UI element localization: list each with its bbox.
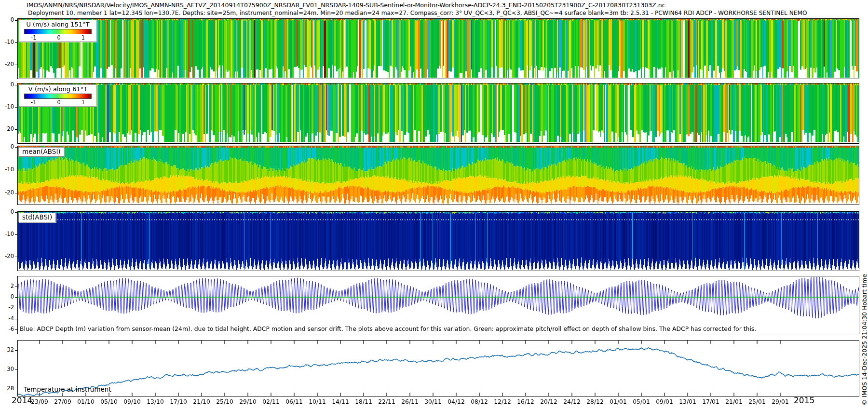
y-tick-mark xyxy=(15,287,17,287)
v-colorbar xyxy=(24,94,92,99)
std-absi-panel: std(ABSI) xyxy=(17,211,859,271)
depth-variation-panel: Blue: ADCP Depth (m) variation from sens… xyxy=(17,276,859,334)
u-colorbar-tick-max: 1 xyxy=(81,34,85,41)
y-tick-label: 32 xyxy=(0,346,14,353)
y-tick-label: -10 xyxy=(0,103,14,110)
date-tick-label: 17/10 xyxy=(167,398,190,405)
y-tick-mark xyxy=(15,369,17,370)
date-tick-label: 18/11 xyxy=(352,398,375,405)
std-absi-heatmap xyxy=(18,212,859,271)
mean-absi-heatmap xyxy=(18,146,859,205)
date-tick-label: 25/01 xyxy=(746,398,769,405)
v-legend-title: V (m/s) along 61°T xyxy=(19,85,96,93)
figure-subtitle: Deployment 10, member 1 lat=12.34S lon=1… xyxy=(28,10,807,16)
y-tick-mark xyxy=(15,42,17,43)
y-tick-label: 30 xyxy=(0,366,14,372)
copyright-watermark: © IMOS 14-Dec-2025 21:04:30 Hobart time xyxy=(861,227,868,406)
year-end-label: 2015 xyxy=(794,396,814,405)
y-tick-mark xyxy=(15,350,17,351)
y-tick-mark xyxy=(15,65,17,65)
y-tick-label: -20 xyxy=(0,125,14,132)
temperature-label: Temperature at instrument xyxy=(24,385,111,393)
v-colorbar-ticks: -1 0 1 xyxy=(19,99,96,106)
date-tick-label: 21/10 xyxy=(190,398,213,405)
y-tick-mark xyxy=(15,319,17,319)
y-tick-mark xyxy=(15,107,17,108)
y-tick-label: -6 xyxy=(0,326,14,332)
date-tick-label: 29/01 xyxy=(769,398,792,405)
y-tick-label: 28 xyxy=(0,385,14,392)
date-tick-label: 30/11 xyxy=(421,398,445,405)
u-colorbar xyxy=(24,29,92,34)
y-tick-mark xyxy=(15,85,17,85)
date-tick-label: 06/11 xyxy=(283,398,306,405)
y-tick-label: -20 xyxy=(0,253,14,260)
date-tick-label: 13/01 xyxy=(676,398,699,405)
y-tick-label: -2 xyxy=(0,304,14,311)
date-tick-label: 02/11 xyxy=(259,398,283,405)
date-tick-label: 12/12 xyxy=(491,398,514,405)
y-tick-label: 0 xyxy=(0,293,14,300)
u-colorbar-tick-zero: 0 xyxy=(57,34,60,41)
temperature-panel: Temperature at instrument xyxy=(17,340,859,396)
v-colorbar-legend: V (m/s) along 61°T -1 0 1 xyxy=(19,84,97,107)
y-tick-mark xyxy=(15,257,17,257)
u-legend-title: U (m/s) along 151°T xyxy=(19,21,96,28)
date-tick-label: 25/10 xyxy=(213,398,236,405)
date-tick-label: 09/01 xyxy=(653,398,676,405)
date-tick-label: 29/10 xyxy=(236,398,259,405)
mean-absi-label: mean(ABSI) xyxy=(18,147,65,157)
y-tick-label: -10 xyxy=(0,39,14,45)
y-tick-label: 0 xyxy=(0,16,14,23)
y-tick-mark xyxy=(15,193,17,193)
mean-absi-panel: mean(ABSI) xyxy=(17,146,859,205)
date-tick-label: 27/09 xyxy=(51,398,74,405)
y-tick-mark xyxy=(15,389,17,389)
u-colorbar-tick-min: -1 xyxy=(31,34,36,41)
date-tick-label: 05/01 xyxy=(630,398,653,405)
date-tick-label: 26/11 xyxy=(398,398,421,405)
date-tick-label: 20/12 xyxy=(537,398,560,405)
date-tick-label: 24/12 xyxy=(560,398,583,405)
date-tick-label: 08/12 xyxy=(468,398,491,405)
date-tick-label: 10/11 xyxy=(306,398,329,405)
y-tick-mark xyxy=(15,297,17,298)
v-colorbar-tick-min: -1 xyxy=(31,99,36,106)
date-tick-label: 22/11 xyxy=(375,398,398,405)
y-tick-label: -20 xyxy=(0,61,14,68)
figure-root: IMOS/ANMN/NRS/NRSDAR/Velocity/IMOS_ANMN-… xyxy=(0,0,868,410)
y-tick-label: 0 xyxy=(0,81,14,88)
date-tick-label: 21/01 xyxy=(722,398,746,405)
y-tick-label: -10 xyxy=(0,166,14,173)
y-tick-mark xyxy=(15,170,17,170)
y-tick-mark xyxy=(15,147,17,148)
figure-title: IMOS/ANMN/NRS/NRSDAR/Velocity/IMOS_ANMN-… xyxy=(27,1,665,9)
date-tick-label: 23/09 xyxy=(28,398,51,405)
y-tick-label: -20 xyxy=(0,189,14,196)
date-tick-label: 13/10 xyxy=(144,398,167,405)
date-tick-label: 17/01 xyxy=(699,398,722,405)
date-tick-label: 14/11 xyxy=(329,398,352,405)
y-tick-label: -10 xyxy=(0,231,14,237)
date-tick-label: 01/10 xyxy=(74,398,97,405)
v-velocity-panel: V (m/s) along 61°T -1 0 1 xyxy=(17,83,859,144)
u-velocity-panel: U (m/s) along 151°T -1 0 1 xyxy=(17,18,859,79)
depth-annotation: Blue: ADCP Depth (m) variation from sens… xyxy=(20,325,756,332)
y-tick-label: 0 xyxy=(0,208,14,215)
y-tick-label: 0 xyxy=(0,143,14,150)
y-tick-mark xyxy=(15,308,17,308)
v-colorbar-tick-max: 1 xyxy=(81,99,85,106)
y-tick-mark xyxy=(15,20,17,21)
y-tick-mark xyxy=(15,129,17,130)
y-tick-label: 2 xyxy=(0,283,14,289)
v-colorbar-tick-zero: 0 xyxy=(57,99,60,106)
u-colorbar-legend: U (m/s) along 151°T -1 0 1 xyxy=(19,20,97,42)
y-tick-mark xyxy=(15,329,17,330)
date-tick-label: 16/12 xyxy=(514,398,537,405)
y-tick-label: -4 xyxy=(0,315,14,322)
date-tick-label: 05/10 xyxy=(97,398,121,405)
date-tick-label: 04/12 xyxy=(445,398,468,405)
date-tick-label: 01/01 xyxy=(607,398,630,405)
u-colorbar-ticks: -1 0 1 xyxy=(19,34,96,41)
u-velocity-heatmap xyxy=(18,19,859,79)
